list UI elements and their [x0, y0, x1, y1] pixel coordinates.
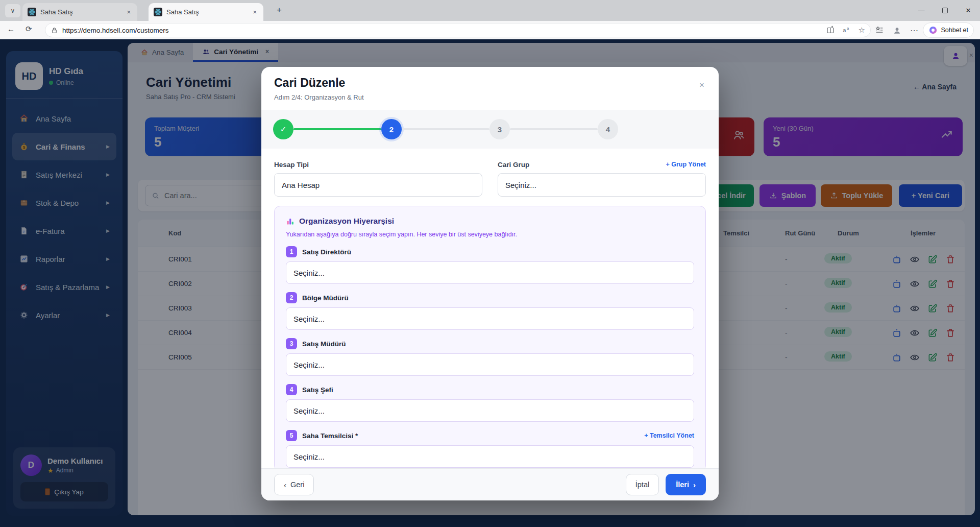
browser-tab-1[interactable]: Saha Satış ×	[22, 3, 137, 21]
step-3: 3	[489, 119, 510, 139]
lock-icon	[51, 27, 58, 34]
copilot-icon	[928, 26, 938, 35]
modal-title: Cari Düzenle	[274, 76, 345, 90]
step-connector	[510, 128, 598, 130]
url-text: https://demo.hdsell.com/customers	[62, 27, 826, 34]
temsilci-yonet-link[interactable]: + Temsilci Yönet	[644, 432, 694, 439]
satis-sefi-select[interactable]: Seçiniz...	[286, 399, 694, 422]
react-favicon	[28, 8, 36, 16]
react-favicon	[154, 8, 162, 16]
step-connector	[402, 128, 489, 130]
cari-grup-label: Cari Grup	[498, 161, 529, 169]
new-tab-button[interactable]: +	[273, 5, 286, 16]
svg-text:a: a	[847, 26, 849, 31]
step-1-done: ✓	[273, 119, 293, 139]
step-4: 4	[598, 119, 618, 139]
copilot-button[interactable]: Sohbet et	[923, 22, 974, 38]
maximize-button[interactable]	[933, 0, 957, 21]
cancel-button[interactable]: İptal	[626, 474, 659, 495]
organization-hierarchy-panel: Organizasyon Hiyerarşisi Yukarıdan aşağı…	[274, 206, 706, 468]
translate-icon[interactable]: aa	[842, 26, 851, 35]
browser-toolbar: ← ⟳ https://demo.hdsell.com/customers aa…	[0, 21, 980, 39]
hierarchy-title: Organizasyon Hiyerarşisi	[299, 217, 394, 226]
menu-ellipsis-icon[interactable]: ⋯	[909, 25, 920, 36]
level-bolge-muduru: 2 Bölge Müdürü Seçiniz...	[286, 292, 694, 330]
browser-tab-2[interactable]: Saha Satış ×	[149, 3, 263, 21]
bolge-muduru-select[interactable]: Seçiniz...	[286, 307, 694, 330]
hesap-tipi-select[interactable]: Ana Hesap	[274, 173, 482, 197]
screen: ∨ Saha Satış × Saha Satış × + — ✕ ← ⟳	[0, 0, 980, 527]
favorite-star-icon[interactable]: ☆	[859, 26, 865, 35]
tab-title: Saha Satış	[166, 8, 247, 16]
saha-temsilcisi-select[interactable]: Seçiniz...	[286, 445, 694, 468]
step-connector	[293, 128, 381, 130]
level-satis-muduru: 3 Satış Müdürü Seçiniz...	[286, 338, 694, 376]
cari-grup-select[interactable]: Seçiniz...	[498, 173, 706, 197]
address-bar[interactable]: https://demo.hdsell.com/customers aa ☆	[45, 23, 871, 37]
modal-close-icon[interactable]: ×	[699, 80, 704, 90]
level-number-badge: 2	[286, 292, 297, 303]
chevron-down-icon: ∨	[11, 7, 15, 14]
hesap-tipi-label: Hesap Tipi	[274, 161, 309, 169]
cari-duzenle-modal: Cari Düzenle Adım 2/4: Organizasyon & Ru…	[261, 67, 719, 500]
browser-chrome: ∨ Saha Satış × Saha Satış × + — ✕ ← ⟳	[0, 0, 980, 39]
tab-title: Saha Satış	[40, 8, 121, 16]
chevron-right-icon: ›	[693, 481, 696, 489]
maximize-icon	[942, 8, 948, 13]
close-window-button[interactable]: ✕	[957, 0, 980, 21]
window-controls: — ✕	[910, 0, 980, 21]
tab-search-button[interactable]: ∨	[5, 4, 20, 17]
minimize-button[interactable]: —	[910, 0, 933, 21]
chevron-left-icon: ‹	[284, 481, 286, 489]
level-number-badge: 4	[286, 384, 297, 395]
profile-icon[interactable]	[891, 25, 902, 36]
refresh-button[interactable]: ⟳	[26, 25, 32, 34]
step-indicator: ✓ 2 3 4	[261, 110, 719, 149]
favorites-bar-icon[interactable]	[874, 25, 885, 36]
tab-close-icon[interactable]: ×	[125, 8, 132, 16]
split-screen-icon[interactable]	[826, 26, 835, 35]
modal-body: Hesap Tipi Ana Hesap Cari Grup + Grup Yö…	[261, 149, 719, 468]
level-number-badge: 1	[286, 246, 297, 257]
grup-yonet-link[interactable]: + Grup Yönet	[666, 161, 706, 168]
modal-footer: ‹ Geri İptal İleri ›	[261, 468, 719, 500]
step-2-active: 2	[381, 119, 402, 139]
back-button[interactable]: ←	[7, 25, 15, 33]
back-step-button[interactable]: ‹ Geri	[274, 474, 314, 495]
level-satis-sefi: 4 Satış Şefi Seçiniz...	[286, 384, 694, 422]
level-number-badge: 3	[286, 338, 297, 349]
level-number-badge: 5	[286, 430, 297, 441]
svg-text:a: a	[843, 27, 846, 33]
bar-chart-icon	[286, 217, 295, 226]
level-saha-temsilcisi: 5 Saha Temsilcisi * + Temsilci Yönet Seç…	[286, 430, 694, 468]
browser-tabstrip: ∨ Saha Satış × Saha Satış × + — ✕	[0, 0, 980, 21]
modal-step-subtitle: Adım 2/4: Organizasyon & Rut	[274, 93, 364, 101]
level-satis-direktoru: 1 Satış Direktörü Seçiniz...	[286, 246, 694, 284]
hierarchy-note: Yukarıdan aşağıya doğru sırayla seçim ya…	[286, 231, 694, 238]
next-step-button[interactable]: İleri ›	[666, 474, 706, 495]
satis-direktoru-select[interactable]: Seçiniz...	[286, 261, 694, 284]
satis-muduru-select[interactable]: Seçiniz...	[286, 353, 694, 376]
tab-close-icon[interactable]: ×	[251, 8, 258, 16]
copilot-label: Sohbet et	[941, 27, 968, 34]
